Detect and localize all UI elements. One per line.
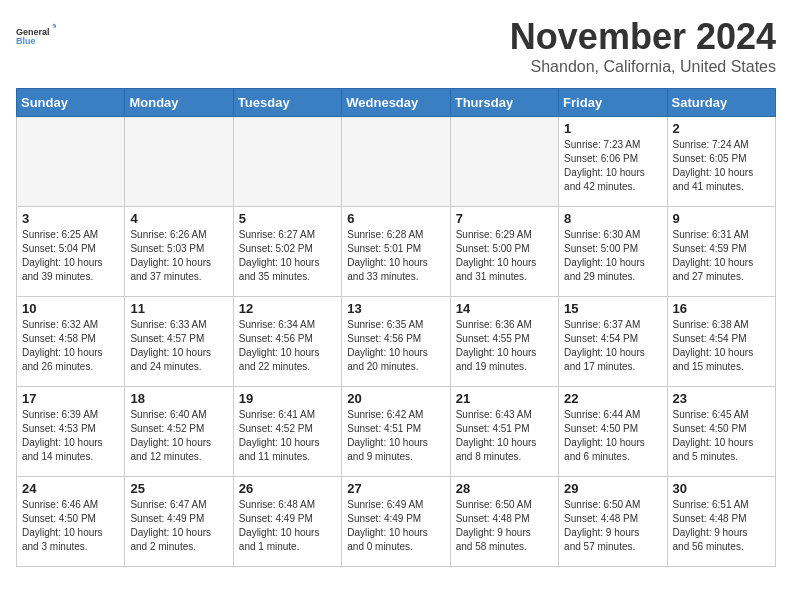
day-info: Sunrise: 6:42 AM Sunset: 4:51 PM Dayligh… bbox=[347, 408, 444, 464]
day-info: Sunrise: 6:26 AM Sunset: 5:03 PM Dayligh… bbox=[130, 228, 227, 284]
day-number: 17 bbox=[22, 391, 119, 406]
calendar-cell: 24Sunrise: 6:46 AM Sunset: 4:50 PM Dayli… bbox=[17, 477, 125, 567]
day-info: Sunrise: 6:27 AM Sunset: 5:02 PM Dayligh… bbox=[239, 228, 336, 284]
day-number: 21 bbox=[456, 391, 553, 406]
day-number: 29 bbox=[564, 481, 661, 496]
logo: General Blue bbox=[16, 16, 56, 56]
day-number: 25 bbox=[130, 481, 227, 496]
day-number: 7 bbox=[456, 211, 553, 226]
calendar-cell: 11Sunrise: 6:33 AM Sunset: 4:57 PM Dayli… bbox=[125, 297, 233, 387]
calendar-cell: 16Sunrise: 6:38 AM Sunset: 4:54 PM Dayli… bbox=[667, 297, 775, 387]
calendar-cell: 18Sunrise: 6:40 AM Sunset: 4:52 PM Dayli… bbox=[125, 387, 233, 477]
day-number: 15 bbox=[564, 301, 661, 316]
weekday-header-tuesday: Tuesday bbox=[233, 89, 341, 117]
weekday-header-wednesday: Wednesday bbox=[342, 89, 450, 117]
weekday-header-friday: Friday bbox=[559, 89, 667, 117]
location-title: Shandon, California, United States bbox=[510, 58, 776, 76]
weekday-header-saturday: Saturday bbox=[667, 89, 775, 117]
day-number: 24 bbox=[22, 481, 119, 496]
day-number: 26 bbox=[239, 481, 336, 496]
day-number: 8 bbox=[564, 211, 661, 226]
calendar-cell: 28Sunrise: 6:50 AM Sunset: 4:48 PM Dayli… bbox=[450, 477, 558, 567]
calendar-cell bbox=[450, 117, 558, 207]
day-number: 11 bbox=[130, 301, 227, 316]
day-number: 19 bbox=[239, 391, 336, 406]
calendar-cell bbox=[17, 117, 125, 207]
calendar-cell: 17Sunrise: 6:39 AM Sunset: 4:53 PM Dayli… bbox=[17, 387, 125, 477]
day-info: Sunrise: 6:48 AM Sunset: 4:49 PM Dayligh… bbox=[239, 498, 336, 554]
day-info: Sunrise: 6:25 AM Sunset: 5:04 PM Dayligh… bbox=[22, 228, 119, 284]
day-info: Sunrise: 6:50 AM Sunset: 4:48 PM Dayligh… bbox=[564, 498, 661, 554]
day-number: 1 bbox=[564, 121, 661, 136]
calendar-cell: 6Sunrise: 6:28 AM Sunset: 5:01 PM Daylig… bbox=[342, 207, 450, 297]
calendar-cell: 2Sunrise: 7:24 AM Sunset: 6:05 PM Daylig… bbox=[667, 117, 775, 207]
calendar-cell: 30Sunrise: 6:51 AM Sunset: 4:48 PM Dayli… bbox=[667, 477, 775, 567]
calendar-cell: 8Sunrise: 6:30 AM Sunset: 5:00 PM Daylig… bbox=[559, 207, 667, 297]
day-number: 22 bbox=[564, 391, 661, 406]
day-info: Sunrise: 6:30 AM Sunset: 5:00 PM Dayligh… bbox=[564, 228, 661, 284]
day-info: Sunrise: 6:36 AM Sunset: 4:55 PM Dayligh… bbox=[456, 318, 553, 374]
day-info: Sunrise: 6:43 AM Sunset: 4:51 PM Dayligh… bbox=[456, 408, 553, 464]
calendar-cell: 9Sunrise: 6:31 AM Sunset: 4:59 PM Daylig… bbox=[667, 207, 775, 297]
day-info: Sunrise: 6:46 AM Sunset: 4:50 PM Dayligh… bbox=[22, 498, 119, 554]
day-number: 2 bbox=[673, 121, 770, 136]
calendar-cell: 12Sunrise: 6:34 AM Sunset: 4:56 PM Dayli… bbox=[233, 297, 341, 387]
day-number: 27 bbox=[347, 481, 444, 496]
day-info: Sunrise: 6:28 AM Sunset: 5:01 PM Dayligh… bbox=[347, 228, 444, 284]
calendar-cell: 29Sunrise: 6:50 AM Sunset: 4:48 PM Dayli… bbox=[559, 477, 667, 567]
day-info: Sunrise: 6:31 AM Sunset: 4:59 PM Dayligh… bbox=[673, 228, 770, 284]
day-info: Sunrise: 6:32 AM Sunset: 4:58 PM Dayligh… bbox=[22, 318, 119, 374]
day-info: Sunrise: 6:51 AM Sunset: 4:48 PM Dayligh… bbox=[673, 498, 770, 554]
day-info: Sunrise: 6:29 AM Sunset: 5:00 PM Dayligh… bbox=[456, 228, 553, 284]
calendar-cell: 20Sunrise: 6:42 AM Sunset: 4:51 PM Dayli… bbox=[342, 387, 450, 477]
day-info: Sunrise: 7:24 AM Sunset: 6:05 PM Dayligh… bbox=[673, 138, 770, 194]
calendar-table: SundayMondayTuesdayWednesdayThursdayFrid… bbox=[16, 88, 776, 567]
day-number: 5 bbox=[239, 211, 336, 226]
calendar-cell: 26Sunrise: 6:48 AM Sunset: 4:49 PM Dayli… bbox=[233, 477, 341, 567]
weekday-header-monday: Monday bbox=[125, 89, 233, 117]
day-number: 13 bbox=[347, 301, 444, 316]
day-info: Sunrise: 6:44 AM Sunset: 4:50 PM Dayligh… bbox=[564, 408, 661, 464]
calendar-cell: 7Sunrise: 6:29 AM Sunset: 5:00 PM Daylig… bbox=[450, 207, 558, 297]
calendar-cell: 14Sunrise: 6:36 AM Sunset: 4:55 PM Dayli… bbox=[450, 297, 558, 387]
calendar-cell: 15Sunrise: 6:37 AM Sunset: 4:54 PM Dayli… bbox=[559, 297, 667, 387]
day-info: Sunrise: 6:45 AM Sunset: 4:50 PM Dayligh… bbox=[673, 408, 770, 464]
day-number: 10 bbox=[22, 301, 119, 316]
day-number: 3 bbox=[22, 211, 119, 226]
day-number: 14 bbox=[456, 301, 553, 316]
day-info: Sunrise: 6:33 AM Sunset: 4:57 PM Dayligh… bbox=[130, 318, 227, 374]
svg-text:General: General bbox=[16, 27, 50, 37]
calendar-cell: 4Sunrise: 6:26 AM Sunset: 5:03 PM Daylig… bbox=[125, 207, 233, 297]
weekday-header-sunday: Sunday bbox=[17, 89, 125, 117]
day-number: 6 bbox=[347, 211, 444, 226]
calendar-cell: 27Sunrise: 6:49 AM Sunset: 4:49 PM Dayli… bbox=[342, 477, 450, 567]
day-info: Sunrise: 6:39 AM Sunset: 4:53 PM Dayligh… bbox=[22, 408, 119, 464]
day-number: 23 bbox=[673, 391, 770, 406]
day-info: Sunrise: 6:47 AM Sunset: 4:49 PM Dayligh… bbox=[130, 498, 227, 554]
day-number: 28 bbox=[456, 481, 553, 496]
day-info: Sunrise: 6:38 AM Sunset: 4:54 PM Dayligh… bbox=[673, 318, 770, 374]
calendar-cell bbox=[342, 117, 450, 207]
day-info: Sunrise: 6:41 AM Sunset: 4:52 PM Dayligh… bbox=[239, 408, 336, 464]
day-info: Sunrise: 6:37 AM Sunset: 4:54 PM Dayligh… bbox=[564, 318, 661, 374]
day-number: 20 bbox=[347, 391, 444, 406]
day-info: Sunrise: 6:49 AM Sunset: 4:49 PM Dayligh… bbox=[347, 498, 444, 554]
calendar-cell bbox=[233, 117, 341, 207]
day-info: Sunrise: 6:34 AM Sunset: 4:56 PM Dayligh… bbox=[239, 318, 336, 374]
day-info: Sunrise: 6:35 AM Sunset: 4:56 PM Dayligh… bbox=[347, 318, 444, 374]
day-number: 30 bbox=[673, 481, 770, 496]
calendar-cell: 23Sunrise: 6:45 AM Sunset: 4:50 PM Dayli… bbox=[667, 387, 775, 477]
day-info: Sunrise: 6:50 AM Sunset: 4:48 PM Dayligh… bbox=[456, 498, 553, 554]
day-info: Sunrise: 7:23 AM Sunset: 6:06 PM Dayligh… bbox=[564, 138, 661, 194]
calendar-cell: 19Sunrise: 6:41 AM Sunset: 4:52 PM Dayli… bbox=[233, 387, 341, 477]
month-title: November 2024 bbox=[510, 16, 776, 58]
day-info: Sunrise: 6:40 AM Sunset: 4:52 PM Dayligh… bbox=[130, 408, 227, 464]
day-number: 18 bbox=[130, 391, 227, 406]
title-area: November 2024 Shandon, California, Unite… bbox=[510, 16, 776, 76]
calendar-cell: 25Sunrise: 6:47 AM Sunset: 4:49 PM Dayli… bbox=[125, 477, 233, 567]
header: General Blue November 2024 Shandon, Cali… bbox=[16, 16, 776, 76]
day-number: 9 bbox=[673, 211, 770, 226]
day-number: 12 bbox=[239, 301, 336, 316]
calendar-cell: 22Sunrise: 6:44 AM Sunset: 4:50 PM Dayli… bbox=[559, 387, 667, 477]
calendar-cell: 5Sunrise: 6:27 AM Sunset: 5:02 PM Daylig… bbox=[233, 207, 341, 297]
